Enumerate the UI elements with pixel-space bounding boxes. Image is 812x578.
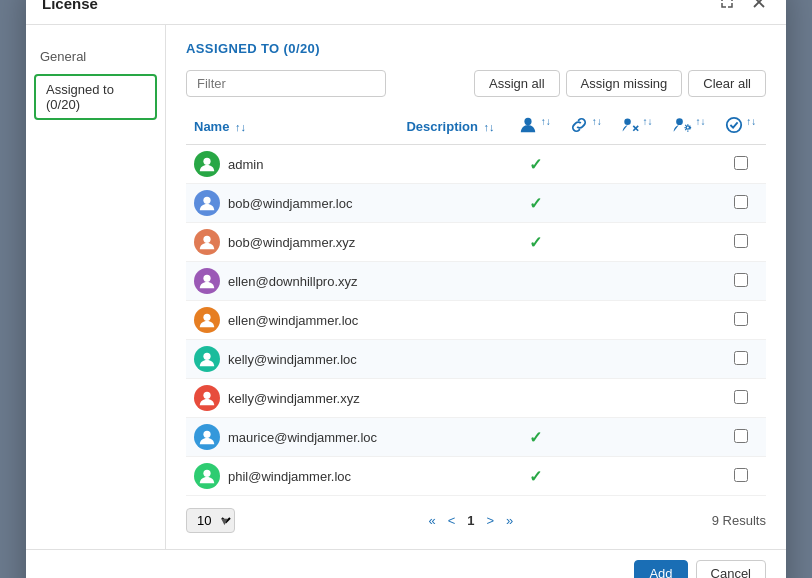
header-icons bbox=[716, 0, 770, 14]
clear-all-button[interactable]: Clear all bbox=[688, 70, 766, 97]
assign-missing-button[interactable]: Assign missing bbox=[566, 70, 683, 97]
table-header-row: Name ↑↓ Description ↑↓ bbox=[186, 109, 766, 145]
cell-col1: ✓ bbox=[510, 457, 561, 496]
avatar bbox=[194, 229, 220, 255]
cell-checkbox[interactable] bbox=[715, 301, 766, 340]
cell-col1: ✓ bbox=[510, 184, 561, 223]
col-person[interactable]: ↑↓ bbox=[510, 109, 561, 145]
expand-button[interactable] bbox=[716, 0, 738, 14]
sidebar-item-assigned-to[interactable]: Assigned to (0/20) bbox=[34, 74, 157, 120]
sidebar-item-general[interactable]: General bbox=[26, 41, 165, 72]
svg-point-14 bbox=[203, 353, 210, 360]
cell-col1: ✓ bbox=[510, 145, 561, 184]
users-table: Name ↑↓ Description ↑↓ bbox=[186, 109, 766, 496]
cell-col1 bbox=[510, 262, 561, 301]
cell-name: kelly@windjammer.loc bbox=[186, 340, 398, 379]
row-checkbox[interactable] bbox=[734, 468, 748, 482]
row-checkbox[interactable] bbox=[734, 195, 748, 209]
col-link[interactable]: ↑↓ bbox=[560, 109, 611, 145]
cell-name: ellen@downhillpro.xyz bbox=[186, 262, 398, 301]
toolbar: Assign all Assign missing Clear all bbox=[186, 70, 766, 97]
pagination-row: 10 25 50 ▼ « < 1 > » 9 Results bbox=[186, 508, 766, 533]
filter-input[interactable] bbox=[186, 70, 386, 97]
section-title: ASSIGNED TO (0/20) bbox=[186, 41, 766, 56]
svg-point-17 bbox=[203, 470, 210, 477]
svg-point-6 bbox=[676, 118, 683, 125]
first-page-button[interactable]: « bbox=[424, 511, 439, 530]
row-checkbox[interactable] bbox=[734, 429, 748, 443]
user-name: admin bbox=[228, 157, 263, 172]
row-checkbox[interactable] bbox=[734, 312, 748, 326]
table-row: bob@windjammer.xyz ✓ bbox=[186, 223, 766, 262]
table-body: admin ✓ bbox=[186, 145, 766, 496]
cell-col1 bbox=[510, 379, 561, 418]
row-checkbox[interactable] bbox=[734, 273, 748, 287]
cell-name: bob@windjammer.xyz bbox=[186, 223, 398, 262]
user-name: ellen@downhillpro.xyz bbox=[228, 274, 358, 289]
svg-point-9 bbox=[203, 158, 210, 165]
cell-col4 bbox=[662, 145, 715, 184]
cell-col4 bbox=[662, 184, 715, 223]
cell-name: bob@windjammer.loc bbox=[186, 184, 398, 223]
cell-description bbox=[398, 340, 509, 379]
col-description-sort-icon[interactable]: ↑↓ bbox=[484, 121, 495, 133]
avatar bbox=[194, 463, 220, 489]
svg-point-12 bbox=[203, 275, 210, 282]
cell-checkbox[interactable] bbox=[715, 457, 766, 496]
assign-all-button[interactable]: Assign all bbox=[474, 70, 560, 97]
col-person-x[interactable]: ↑↓ bbox=[611, 109, 662, 145]
cell-col3 bbox=[611, 223, 662, 262]
current-page: 1 bbox=[463, 511, 478, 530]
cell-col2 bbox=[560, 223, 611, 262]
cell-checkbox[interactable] bbox=[715, 379, 766, 418]
row-checkbox[interactable] bbox=[734, 234, 748, 248]
cell-col2 bbox=[560, 457, 611, 496]
license-modal: License General bbox=[26, 0, 786, 578]
svg-point-3 bbox=[624, 118, 631, 125]
cell-col4 bbox=[662, 379, 715, 418]
cell-col2 bbox=[560, 145, 611, 184]
svg-point-16 bbox=[203, 431, 210, 438]
col-link-sort: ↑↓ bbox=[592, 116, 602, 127]
last-page-button[interactable]: » bbox=[502, 511, 517, 530]
row-checkbox[interactable] bbox=[734, 390, 748, 404]
cell-checkbox[interactable] bbox=[715, 262, 766, 301]
cell-checkbox[interactable] bbox=[715, 145, 766, 184]
cell-col3 bbox=[611, 301, 662, 340]
prev-page-button[interactable]: < bbox=[444, 511, 460, 530]
per-page-selector: 10 25 50 ▼ bbox=[186, 508, 230, 533]
col-gear-person[interactable]: ↑↓ bbox=[662, 109, 715, 145]
link-icon bbox=[570, 116, 588, 134]
cell-col3 bbox=[611, 145, 662, 184]
cell-col2 bbox=[560, 262, 611, 301]
col-person-sort: ↑↓ bbox=[541, 116, 551, 127]
cancel-button[interactable]: Cancel bbox=[696, 560, 766, 578]
cell-checkbox[interactable] bbox=[715, 340, 766, 379]
table-row: ellen@windjammer.loc bbox=[186, 301, 766, 340]
per-page-select[interactable]: 10 25 50 bbox=[186, 508, 235, 533]
main-content: ASSIGNED TO (0/20) Assign all Assign mis… bbox=[166, 25, 786, 549]
user-name: kelly@windjammer.loc bbox=[228, 352, 357, 367]
cell-checkbox[interactable] bbox=[715, 184, 766, 223]
next-page-button[interactable]: > bbox=[482, 511, 498, 530]
cell-description bbox=[398, 262, 509, 301]
svg-point-7 bbox=[686, 126, 689, 129]
close-button[interactable] bbox=[748, 0, 770, 14]
col-name-sort-icon[interactable]: ↑↓ bbox=[235, 121, 246, 133]
check-mark: ✓ bbox=[529, 156, 542, 173]
cell-col1 bbox=[510, 301, 561, 340]
modal-footer: Add Cancel bbox=[26, 549, 786, 578]
user-name: kelly@windjammer.xyz bbox=[228, 391, 360, 406]
add-button[interactable]: Add bbox=[634, 560, 687, 578]
avatar bbox=[194, 190, 220, 216]
sidebar: General Assigned to (0/20) bbox=[26, 25, 166, 549]
col-check-circle[interactable]: ↑↓ bbox=[715, 109, 766, 145]
cell-checkbox[interactable] bbox=[715, 223, 766, 262]
cell-col3 bbox=[611, 262, 662, 301]
user-name: phil@windjammer.loc bbox=[228, 469, 351, 484]
row-checkbox[interactable] bbox=[734, 351, 748, 365]
cell-col4 bbox=[662, 223, 715, 262]
cell-checkbox[interactable] bbox=[715, 418, 766, 457]
cell-description bbox=[398, 418, 509, 457]
row-checkbox[interactable] bbox=[734, 156, 748, 170]
